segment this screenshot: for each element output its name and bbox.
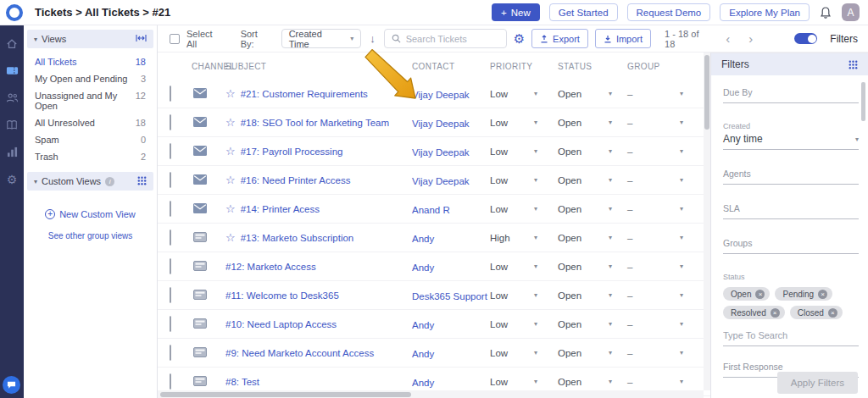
ticket-row[interactable]: ☆ #10: Need Laptop Access Andy Low▾ Open…: [158, 310, 710, 339]
sort-direction-icon[interactable]: ↓: [370, 32, 376, 45]
explore-my-plan-button[interactable]: Explore My Plan: [720, 3, 810, 21]
knowledge-base-icon[interactable]: [6, 119, 19, 131]
priority-dropdown[interactable]: Low▾: [490, 319, 537, 329]
row-checkbox[interactable]: [170, 172, 171, 188]
group-dropdown[interactable]: –▾: [627, 262, 683, 272]
status-chip[interactable]: Resolved ×: [723, 306, 785, 319]
chat-widget-icon[interactable]: [3, 376, 20, 394]
custom-views-header[interactable]: ▾ Custom Views i: [27, 172, 153, 191]
filter-groups[interactable]: Groups: [723, 238, 854, 254]
ticket-contact-link[interactable]: Vijay Deepak: [412, 176, 470, 186]
collapse-views-icon[interactable]: [136, 34, 147, 44]
app-logo-icon[interactable]: [6, 4, 23, 21]
star-icon[interactable]: ☆: [225, 174, 236, 185]
status-dropdown[interactable]: Open▾: [558, 118, 612, 128]
next-page-icon[interactable]: ›: [743, 31, 759, 46]
filter-sla[interactable]: SLA: [723, 203, 854, 219]
group-dropdown[interactable]: –▾: [627, 175, 683, 185]
group-dropdown[interactable]: –▾: [627, 233, 683, 243]
ticket-contact-link[interactable]: Vijay Deepak: [412, 90, 470, 100]
ticket-row[interactable]: ☆ #12: Marketo Access Andy Low▾ Open▾ –▾: [158, 252, 710, 281]
priority-dropdown[interactable]: Low▾: [490, 175, 537, 185]
column-header-priority[interactable]: PRIORITY: [490, 62, 558, 71]
request-demo-button[interactable]: Request Demo: [627, 3, 711, 21]
ticket-row[interactable]: ☆ #16: Need Printer Access Vijay Deepak …: [158, 166, 710, 195]
group-dropdown[interactable]: –▾: [627, 89, 683, 99]
star-icon[interactable]: ☆: [225, 88, 236, 99]
row-checkbox[interactable]: [170, 201, 171, 217]
sidebar-view-item[interactable]: Spam 0: [24, 131, 157, 148]
status-chip[interactable]: Closed ×: [790, 306, 843, 319]
star-icon[interactable]: ☆: [225, 232, 236, 243]
ticket-subject-link[interactable]: #18: SEO Tool for Marketing Team: [241, 118, 389, 128]
ticket-contact-link[interactable]: Andy: [412, 234, 434, 244]
priority-dropdown[interactable]: Low▾: [490, 118, 537, 128]
group-dropdown[interactable]: –▾: [627, 377, 683, 387]
priority-dropdown[interactable]: Low▾: [490, 262, 537, 272]
views-header[interactable]: ▾ Views: [27, 30, 153, 48]
horizontal-scrollbar[interactable]: [158, 390, 704, 398]
ticket-contact-link[interactable]: Andy: [412, 263, 434, 273]
tickets-icon[interactable]: [6, 64, 19, 77]
select-all-checkbox[interactable]: [170, 34, 180, 44]
created-dropdown[interactable]: Any time ▾: [723, 130, 859, 150]
bell-icon[interactable]: [819, 6, 832, 19]
priority-dropdown[interactable]: Low▾: [490, 204, 537, 214]
status-dropdown[interactable]: Open▾: [558, 204, 612, 214]
group-dropdown[interactable]: –▾: [627, 348, 683, 358]
ticket-subject-link[interactable]: #12: Marketo Access: [225, 262, 316, 272]
status-dropdown[interactable]: Open▾: [558, 319, 612, 329]
ticket-subject-link[interactable]: #16: Need Printer Access: [241, 175, 351, 185]
ticket-subject-link[interactable]: #14: Printer Acess: [241, 204, 320, 214]
ticket-contact-link[interactable]: Andy: [412, 320, 434, 330]
custom-views-grid-icon[interactable]: [137, 176, 147, 187]
ticket-subject-link[interactable]: #8: Test: [225, 377, 259, 387]
ticket-contact-link[interactable]: Vijay Deepak: [412, 119, 470, 129]
user-avatar[interactable]: A: [842, 3, 860, 21]
star-icon[interactable]: ☆: [225, 146, 236, 157]
contacts-icon[interactable]: [6, 91, 19, 104]
chip-remove-icon[interactable]: ×: [771, 308, 780, 318]
filter-agents[interactable]: Agents: [723, 169, 854, 185]
sidebar-view-item[interactable]: Trash 2: [24, 148, 157, 165]
new-ticket-button[interactable]: +New: [492, 3, 540, 21]
import-button[interactable]: Import: [595, 29, 651, 48]
column-header-subject[interactable]: SUBJECT: [225, 62, 412, 71]
column-header-channel[interactable]: CHANNEL: [192, 62, 225, 71]
get-started-button[interactable]: Get Started: [549, 3, 618, 21]
priority-dropdown[interactable]: Low▾: [490, 348, 537, 358]
group-dropdown[interactable]: –▾: [627, 319, 683, 329]
status-dropdown[interactable]: Open▾: [558, 233, 612, 243]
status-dropdown[interactable]: Open▾: [558, 348, 612, 358]
priority-dropdown[interactable]: Low▾: [490, 146, 537, 157]
ticket-contact-link[interactable]: Desk365 Support: [412, 291, 487, 301]
priority-dropdown[interactable]: Low▾: [490, 89, 537, 99]
search-box[interactable]: [384, 29, 507, 48]
priority-dropdown[interactable]: Low▾: [490, 377, 537, 387]
status-search-input[interactable]: [723, 328, 859, 346]
ticket-row[interactable]: ☆ #21: Customer Requirements Vijay Deepa…: [158, 80, 710, 108]
filters-scrollbar[interactable]: [861, 82, 865, 121]
sidebar-view-item[interactable]: All Tickets 18: [24, 53, 157, 70]
ticket-row[interactable]: ☆ #17: Payroll Processing Vijay Deepak L…: [158, 137, 710, 166]
sidebar-view-item[interactable]: Unassigned and My Open 12: [24, 87, 157, 114]
apply-filters-button[interactable]: Apply Filters: [777, 372, 858, 394]
ticket-row[interactable]: ☆ #9: Need Marketo Account Access Andy L…: [158, 339, 710, 368]
filter-created[interactable]: Created Any time ▾: [723, 122, 859, 150]
status-chip[interactable]: Open ×: [723, 287, 770, 301]
ticket-settings-gear-icon[interactable]: ⚙: [514, 31, 525, 47]
ticket-row[interactable]: ☆ #11: Welcome to Desk365 Desk365 Suppor…: [158, 281, 710, 310]
filters-grid-icon[interactable]: [849, 60, 858, 69]
row-checkbox[interactable]: [170, 143, 171, 159]
home-icon[interactable]: [6, 37, 19, 50]
search-input[interactable]: [406, 34, 499, 44]
group-dropdown[interactable]: –▾: [627, 118, 683, 128]
chip-remove-icon[interactable]: ×: [818, 290, 827, 299]
priority-dropdown[interactable]: Low▾: [490, 290, 537, 301]
filter-due-by[interactable]: Due By: [723, 87, 854, 103]
see-other-group-views-link[interactable]: See other group views: [24, 231, 157, 240]
status-dropdown[interactable]: Open▾: [558, 290, 612, 301]
group-dropdown[interactable]: –▾: [627, 204, 683, 214]
star-icon[interactable]: ☆: [225, 117, 236, 128]
row-checkbox[interactable]: [170, 316, 171, 332]
